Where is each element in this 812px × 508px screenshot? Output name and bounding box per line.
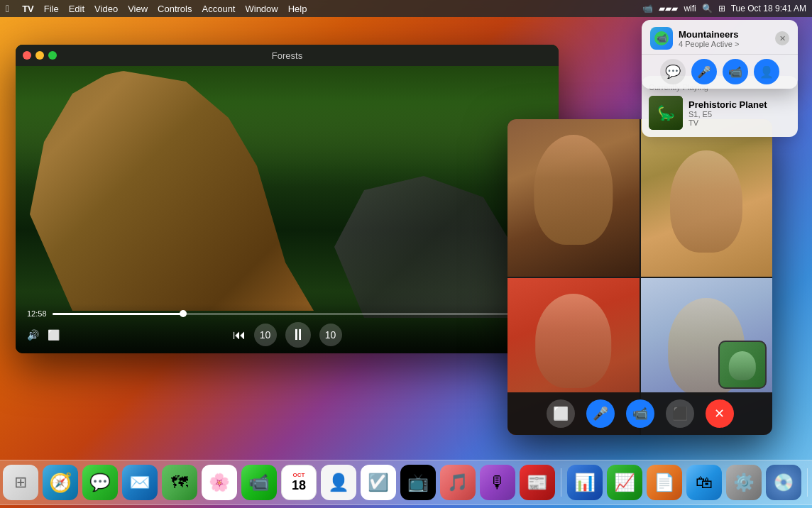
facetime-participant-1 xyxy=(508,119,640,277)
menubar-left:  TV File Edit Video View Controls Accou… xyxy=(6,3,307,14)
dock-icon-calendar[interactable]: OCT 18 xyxy=(281,465,317,500)
notification-person-button[interactable]: 👤 xyxy=(754,59,779,84)
dock-icon-news[interactable]: 📰 xyxy=(520,465,555,500)
facetime-end-call-button[interactable]: ✕ xyxy=(706,399,734,428)
notification-header: 📹 Mountaineers 4 People Active > ✕ xyxy=(642,20,798,54)
menubar:  TV File Edit Video View Controls Accou… xyxy=(0,0,812,17)
now-playing-season-ep: S1, E5 xyxy=(688,110,791,118)
menu-view[interactable]: View xyxy=(128,4,148,14)
controls-row: 🔊 ⬜ ⏮ 10 ⏸ 10 📺 ⬛ xyxy=(27,322,547,348)
notification-bubble-button[interactable]: 💬 xyxy=(660,59,686,84)
dock-icon-messages[interactable]: 💬 xyxy=(82,465,118,500)
progress-bar[interactable] xyxy=(53,313,520,315)
now-playing-title: Prehistoric Planet xyxy=(688,99,791,110)
dock-icon-launchpad[interactable]: ⊞ xyxy=(3,465,38,500)
notification-close-button[interactable]: ✕ xyxy=(775,31,789,45)
facetime-mic-button[interactable]: 🎤 xyxy=(586,399,615,428)
progress-thumb[interactable] xyxy=(180,310,187,317)
facetime-window: ⬜ 🎤 📹 ⬛ ✕ xyxy=(508,119,772,435)
dock-icon-keynote[interactable]: 📊 xyxy=(567,465,603,500)
facetime-app-icon: 📹 xyxy=(650,27,673,50)
skip-forward-button[interactable]: 10 xyxy=(319,324,342,346)
time-elapsed: 12:58 xyxy=(27,309,47,318)
facetime-notification: 📹 Mountaineers 4 People Active > ✕ 💬 🎤 📹… xyxy=(642,20,798,89)
facetime-controls: ⬜ 🎤 📹 ⬛ ✕ xyxy=(508,392,772,435)
dock-icon-music[interactable]: 🎵 xyxy=(440,465,476,500)
menu-account[interactable]: Account xyxy=(202,4,236,14)
tv-window: Forests 12:58 -33:73 🔊 ⬜ ⏮ 10 ⏸ 10 📺 ⬛ xyxy=(16,45,559,353)
volume-button[interactable]: 🔊 xyxy=(27,329,39,341)
window-title: Forests xyxy=(272,50,302,61)
dock-icon-facetime[interactable]: 📹 xyxy=(241,465,277,500)
wifi-icon[interactable]: wifi xyxy=(684,4,696,13)
facetime-share-button[interactable]: ⬛ xyxy=(666,399,694,428)
tv-titlebar: Forests xyxy=(16,45,559,66)
menu-window[interactable]: Window xyxy=(245,4,278,14)
dock-separator xyxy=(561,468,561,497)
skip-back-button[interactable]: 10 xyxy=(254,324,277,346)
dock-icon-appstore[interactable]: 🛍 xyxy=(686,465,722,500)
apple-menu[interactable]:  xyxy=(6,3,9,14)
dock-icon-photos[interactable]: 🌸 xyxy=(202,465,237,500)
notification-active-count[interactable]: 4 People Active > xyxy=(679,40,769,48)
facetime-camera-button[interactable]: 📹 xyxy=(626,399,654,428)
video-controls: 12:58 -33:73 🔊 ⬜ ⏮ 10 ⏸ 10 📺 ⬛ xyxy=(16,304,559,353)
maximize-button[interactable] xyxy=(48,51,57,60)
notification-title-area: Mountaineers 4 People Active > xyxy=(679,29,769,48)
dock-icon-podcasts[interactable]: 🎙 xyxy=(480,465,515,500)
battery-icon: ▰▰▰ xyxy=(659,4,678,13)
dock-icon-syspreferences[interactable]: 💿 xyxy=(766,465,801,500)
notification-group-name: Mountaineers xyxy=(679,29,769,40)
notification-actions: 💬 🎤 📹 👤 xyxy=(642,54,798,89)
facetime-participant-2 xyxy=(641,119,773,277)
menu-video[interactable]: Video xyxy=(94,4,118,14)
dock-icon-numbers[interactable]: 📈 xyxy=(607,465,642,500)
menu-help[interactable]: Help xyxy=(288,4,307,14)
now-playing-content: 🦕 Prehistoric Planet S1, E5 TV xyxy=(649,96,791,130)
window-buttons xyxy=(23,51,57,60)
menu-app-name[interactable]: TV xyxy=(22,4,34,14)
rewind-button[interactable]: ⏮ xyxy=(233,328,246,343)
progress-row: 12:58 -33:73 xyxy=(27,309,547,318)
menu-edit[interactable]: Edit xyxy=(69,4,84,14)
self-view xyxy=(718,341,767,389)
control-center-icon[interactable]: ⊞ xyxy=(718,4,725,13)
subtitles-button[interactable]: ⬜ xyxy=(48,329,60,341)
minimize-button[interactable] xyxy=(35,51,44,60)
facetime-screen-share-button[interactable]: ⬜ xyxy=(547,399,575,428)
dock-icon-reminders[interactable]: ☑️ xyxy=(361,465,396,500)
now-playing-info: Prehistoric Planet S1, E5 TV xyxy=(688,99,791,127)
now-playing-platform: TV xyxy=(688,118,791,127)
now-playing-thumbnail: 🦕 xyxy=(649,96,683,130)
dock-separator-2 xyxy=(807,468,808,497)
dock-icon-pages[interactable]: 📄 xyxy=(647,465,682,500)
play-pause-button[interactable]: ⏸ xyxy=(285,322,311,348)
close-button[interactable] xyxy=(23,51,31,60)
menu-controls[interactable]: Controls xyxy=(158,4,192,14)
facetime-icon[interactable]: 📹 xyxy=(642,4,653,13)
dock-icon-mail[interactable]: ✉️ xyxy=(122,465,158,500)
dock-icon-contacts[interactable]: 👤 xyxy=(321,465,356,500)
dock-icon-settings[interactable]: ⚙️ xyxy=(726,465,762,500)
svg-text:📹: 📹 xyxy=(657,33,667,43)
menu-file[interactable]: File xyxy=(44,4,59,14)
search-icon[interactable]: 🔍 xyxy=(702,4,713,13)
dock: 😀 ⊞ 🧭 💬 ✉️ 🗺 🌸 📹 OCT 18 👤 ☑️ 📺 🎵 🎙 xyxy=(0,460,812,505)
dinosaur-background xyxy=(324,176,523,318)
progress-fill xyxy=(53,313,183,315)
datetime: Tue Oct 18 9:41 AM xyxy=(731,4,806,13)
menubar-right: 📹 ▰▰▰ wifi 🔍 ⊞ Tue Oct 18 9:41 AM xyxy=(642,4,806,13)
dock-icon-safari[interactable]: 🧭 xyxy=(43,465,78,500)
notification-video-button[interactable]: 📹 xyxy=(723,59,748,84)
notification-mic-button[interactable]: 🎤 xyxy=(691,59,717,84)
dock-icon-maps[interactable]: 🗺 xyxy=(162,465,197,500)
dock-icon-appletv[interactable]: 📺 xyxy=(400,465,436,500)
